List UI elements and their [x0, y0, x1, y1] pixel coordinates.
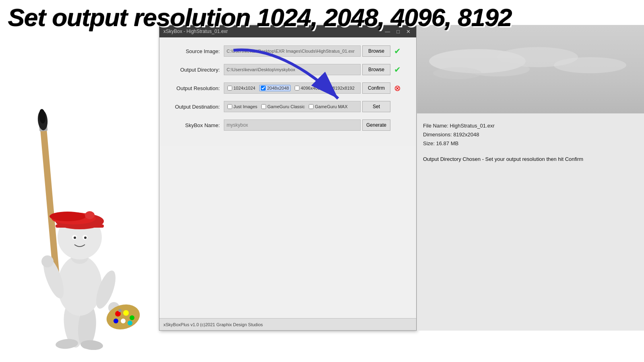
generate-button[interactable]: Generate	[362, 119, 390, 131]
dest-just-images-label: Just Images	[233, 104, 257, 109]
res-x-icon: ⊗	[394, 83, 401, 93]
output-resolution-row: Output Resolution: 1024x1024 2048x2048 4…	[165, 82, 410, 94]
size-row: Size: 16.87 MB	[423, 139, 638, 148]
file-info: File Name: HighStratus_01.exr Dimensions…	[417, 113, 644, 152]
dest-classic-checkbox[interactable]	[261, 104, 266, 109]
page-title: Set output resolution 1024, 2048, 4096, …	[0, 0, 644, 35]
status-text: xSkyBoxPlus v1.0 (c)2021 Graphix Design …	[163, 322, 263, 327]
dest-just-images-checkbox[interactable]	[227, 104, 232, 109]
res-1024-checkbox[interactable]	[227, 86, 232, 90]
output-dir-row: Output Directory: Browse ✔	[165, 64, 410, 75]
svg-point-15	[123, 310, 129, 316]
painter-area	[0, 24, 159, 362]
svg-point-20	[118, 309, 122, 312]
output-res-label: Output Resolution:	[165, 85, 224, 91]
source-image-row: Source Image: Browse ✔	[165, 45, 410, 57]
source-image-input[interactable]	[224, 45, 361, 57]
svg-point-19	[128, 321, 132, 325]
size-value: 16.87 MB	[436, 140, 459, 146]
preview-area	[417, 25, 644, 113]
source-image-status: ✔	[393, 47, 402, 56]
res-2048-item: 2048x2048	[259, 85, 290, 91]
output-dir-status: ✔	[393, 65, 402, 74]
output-dir-label: Output Directory:	[165, 67, 224, 73]
window-body: Source Image: Browse ✔ Output Directory:…	[159, 37, 416, 146]
svg-point-26	[85, 211, 95, 219]
res-8192-label: 8192x8192	[332, 86, 354, 90]
res-4096-label: 4096x4096	[301, 86, 322, 90]
right-panel-status: Output Directory Chosen - Set your outpu…	[417, 152, 644, 166]
dest-max-label: GameGuru MAX	[315, 104, 347, 109]
svg-rect-27	[56, 224, 104, 228]
app-window: xSkyBox - HighStratus_01.exr — □ ✕ Sourc…	[159, 25, 417, 331]
output-destination-row: Output Destination: Just Images GameGuru…	[165, 101, 410, 112]
source-image-label: Source Image:	[165, 48, 224, 54]
output-dir-input[interactable]	[224, 64, 361, 75]
svg-point-30	[74, 237, 76, 239]
file-name-key: File Name:	[423, 123, 450, 129]
dest-classic-label: GameGuru Classic	[267, 104, 305, 109]
res-8192-item: 8192x8192	[326, 86, 354, 90]
svg-point-36	[554, 57, 626, 73]
skybox-name-row: SkyBox Name: Generate	[165, 119, 410, 131]
dest-max-checkbox[interactable]	[309, 104, 314, 109]
browse-source-button[interactable]: Browse	[362, 45, 390, 57]
skybox-name-label: SkyBox Name:	[165, 122, 224, 128]
set-button[interactable]: Set	[362, 101, 390, 112]
svg-point-10	[41, 255, 54, 267]
browse-output-button[interactable]: Browse	[362, 64, 390, 75]
confirm-button[interactable]: Confirm	[362, 82, 390, 94]
svg-rect-0	[40, 125, 60, 278]
file-name-row: File Name: HighStratus_01.exr	[423, 121, 638, 130]
right-status-text: Output Directory Chosen - Set your outpu…	[423, 156, 583, 162]
status-bar: xSkyBoxPlus v1.0 (c)2021 Graphix Design …	[159, 318, 416, 330]
right-panel: File Name: HighStratus_01.exr Dimensions…	[417, 25, 644, 331]
svg-point-17	[114, 319, 118, 323]
res-4096-checkbox[interactable]	[295, 86, 299, 90]
destination-checkbox-group: Just Images GameGuru Classic GameGuru MA…	[224, 101, 361, 112]
svg-point-16	[130, 315, 134, 320]
res-1024-label: 1024x1024	[233, 86, 255, 90]
source-check-icon: ✔	[394, 46, 401, 56]
dimensions-value: 8192x2048	[453, 132, 479, 138]
resolution-status: ⊗	[393, 84, 402, 93]
file-name-value: HighStratus_01.exr	[450, 123, 494, 129]
size-key: Size:	[423, 140, 436, 146]
res-2048-checkbox[interactable]	[261, 86, 266, 90]
dimensions-key: Dimensions:	[423, 132, 453, 138]
svg-point-8	[58, 255, 102, 316]
svg-point-18	[121, 319, 126, 323]
res-8192-checkbox[interactable]	[326, 86, 331, 90]
res-4096-item: 4096x4096	[295, 86, 322, 90]
svg-point-38	[433, 67, 481, 79]
output-dest-label: Output Destination:	[165, 104, 224, 110]
painter-figure	[11, 76, 148, 350]
dest-max-item: GameGuru MAX	[309, 104, 347, 109]
dimensions-row: Dimensions: 8192x2048	[423, 130, 638, 139]
res-2048-label: 2048x2048	[267, 86, 289, 90]
res-1024-item: 1024x1024	[227, 86, 255, 90]
dest-just-images-item: Just Images	[227, 104, 257, 109]
svg-point-25	[50, 212, 86, 221]
svg-point-31	[84, 237, 87, 239]
resolution-checkbox-group: 1024x1024 2048x2048 4096x4096 8192x8192	[224, 82, 361, 94]
skybox-name-input[interactable]	[224, 119, 361, 131]
preview-image	[417, 25, 644, 113]
output-check-icon: ✔	[394, 65, 401, 74]
dest-classic-item: GameGuru Classic	[261, 104, 305, 109]
